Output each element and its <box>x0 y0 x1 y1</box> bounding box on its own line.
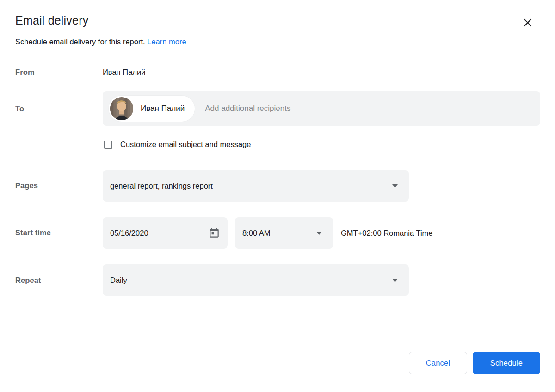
dialog-subtitle: Schedule email delivery for this report.… <box>15 37 186 46</box>
from-value: Иван Палий <box>103 68 145 77</box>
learn-more-link[interactable]: Learn more <box>147 37 186 46</box>
pages-label: Pages <box>15 181 38 190</box>
customize-checkbox-row[interactable]: Customize email subject and message <box>104 140 251 149</box>
repeat-dropdown[interactable]: Daily <box>103 264 409 296</box>
recipient-chip[interactable]: Иван Палий <box>109 96 195 122</box>
repeat-label: Repeat <box>15 276 41 285</box>
pages-dropdown[interactable]: general report, rankings report <box>103 170 409 202</box>
chevron-down-icon <box>316 232 322 235</box>
to-recipients-field[interactable]: Иван Палий <box>103 91 540 126</box>
chevron-down-icon <box>392 279 398 282</box>
from-label: From <box>15 68 35 77</box>
start-date-picker[interactable]: 05/16/2020 <box>103 217 228 249</box>
recipient-chip-label: Иван Палий <box>141 104 185 113</box>
chevron-down-icon <box>392 184 398 188</box>
customize-checkbox-label: Customize email subject and message <box>120 140 251 149</box>
timezone-text: GMT+02:00 Romania Time <box>341 217 433 249</box>
calendar-icon <box>208 227 220 239</box>
cancel-button[interactable]: Cancel <box>409 352 467 374</box>
close-icon <box>522 17 533 30</box>
add-recipients-input[interactable] <box>205 99 540 118</box>
dialog-title: Email delivery <box>15 14 88 27</box>
schedule-button[interactable]: Schedule <box>473 352 540 374</box>
close-button[interactable] <box>521 17 535 31</box>
start-time-value: 8:00 AM <box>242 229 271 238</box>
start-time-dropdown[interactable]: 8:00 AM <box>235 217 333 249</box>
to-label: To <box>15 104 24 113</box>
start-date-value: 05/16/2020 <box>110 229 148 238</box>
avatar <box>110 97 133 120</box>
start-time-label: Start time <box>15 228 51 237</box>
repeat-dropdown-value: Daily <box>110 276 127 285</box>
customize-checkbox[interactable] <box>104 141 112 149</box>
subtitle-text: Schedule email delivery for this report. <box>15 37 145 46</box>
pages-dropdown-value: general report, rankings report <box>110 182 213 190</box>
email-delivery-dialog: Email delivery Schedule email delivery f… <box>0 0 555 392</box>
